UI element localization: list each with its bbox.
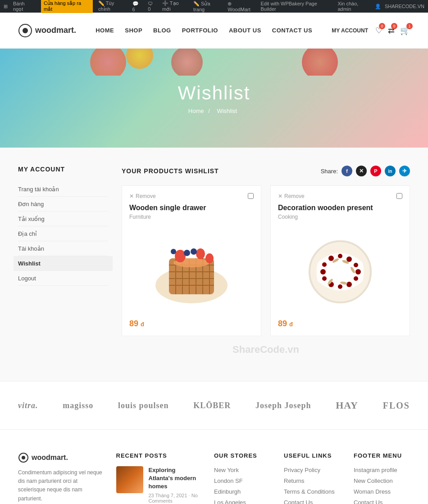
page-builder-link[interactable]: Edit with WPBakery Page Builder <box>260 1 332 12</box>
sidebar-item-logout[interactable]: Logout <box>18 271 108 286</box>
svg-point-17 <box>205 253 214 263</box>
menu-woman-dress[interactable]: Woman Dress <box>354 488 410 495</box>
link-privacy[interactable]: Privacy Policy <box>284 466 340 473</box>
wishlist-content: YOUR PRODUCTS WISHLIST Share: f ✕ P in ✈… <box>122 166 410 363</box>
link-contact[interactable]: Contact Us <box>284 499 340 504</box>
comments-count[interactable]: 💬 6 <box>132 1 143 12</box>
sidebar-link-profile[interactable]: Tài khoản <box>18 245 44 252</box>
product-name-2: Decoration wooden present <box>278 204 402 212</box>
link-terms[interactable]: Terms & Conditions <box>284 488 340 495</box>
svg-point-15 <box>175 250 186 262</box>
sidebar-link-downloads[interactable]: Tải xuống <box>18 216 45 222</box>
brand-flos: FLOS <box>383 400 410 411</box>
remove-product-2-btn[interactable]: ✕ Remove <box>278 193 402 199</box>
svg-point-27 <box>354 263 358 267</box>
nav-about[interactable]: ABOUT US <box>229 27 261 34</box>
remove-label-1: Remove <box>136 193 156 199</box>
footer-grid: woodmart. Condimentum adipiscing vel neq… <box>18 452 410 504</box>
menu-contact[interactable]: Contact Us <box>354 499 410 504</box>
sidebar-link-logout[interactable]: Logout <box>18 275 36 282</box>
nav-home[interactable]: HOME <box>96 27 114 34</box>
nav-contact[interactable]: CONTACT US <box>272 27 312 34</box>
my-account-link[interactable]: MY ACCOUNT <box>332 27 368 34</box>
breadcrumb: Home / Wishlist <box>188 108 240 114</box>
share-twitter-btn[interactable]: ✕ <box>356 166 367 176</box>
footer-col-about: woodmart. Condimentum adipiscing vel neq… <box>18 452 103 504</box>
pending-count[interactable]: 🗨 0 <box>148 1 157 12</box>
svg-point-25 <box>338 254 342 258</box>
site-logo[interactable]: woodmart. <box>18 23 76 38</box>
brand-joseph: Joseph Joseph <box>255 401 311 410</box>
page-title: Wishlist <box>178 82 250 104</box>
share-facebook-btn[interactable]: f <box>341 166 352 176</box>
product-checkbox-1[interactable] <box>248 193 254 199</box>
new-post-link[interactable]: ➕ Tạo mới <box>162 0 188 12</box>
sidebar-item-account[interactable]: Trang tài khoản <box>18 182 108 197</box>
sidebar-item-wishlist[interactable]: Wishlist <box>14 256 113 271</box>
store-london[interactable]: London SF <box>214 477 270 484</box>
share-label: Share: <box>321 168 338 175</box>
svg-point-29 <box>354 276 358 281</box>
wishlist-header: YOUR PRODUCTS WISHLIST Share: f ✕ P in ✈ <box>122 166 410 176</box>
sidebar-link-wishlist[interactable]: Wishlist <box>18 260 41 267</box>
site-name[interactable]: Bánh ngọt <box>13 1 36 12</box>
sidebar-link-orders[interactable]: Đơn hàng <box>18 201 44 207</box>
nav-blog[interactable]: BLOG <box>153 27 171 34</box>
share-pinterest-btn[interactable]: P <box>370 166 381 176</box>
logo-icon <box>18 23 32 38</box>
greeting-text: Xin chào, admin <box>337 1 371 12</box>
cart-icon-btn[interactable]: 🛒 1 <box>400 26 410 36</box>
compare-icon-btn[interactable]: ⇄ 0 <box>388 26 395 36</box>
sidebar-item-address[interactable]: Địa chỉ <box>18 226 108 241</box>
share-linkedin-btn[interactable]: in <box>385 166 396 176</box>
recent-posts-title: RECENT POSTS <box>116 452 201 459</box>
product-price-2: 89 đ <box>278 319 402 328</box>
store-edinburgh[interactable]: Edinburgh <box>214 488 270 495</box>
woodmart-menu[interactable]: ⊕ WoodMart <box>228 1 255 12</box>
price-value-2: 89 <box>278 319 287 328</box>
remove-icon-2: ✕ <box>278 193 282 199</box>
footer-logo-text: woodmart. <box>32 454 68 462</box>
sidebar-item-downloads[interactable]: Tải xuống <box>18 212 108 226</box>
brand-klober: KLÖBER <box>193 401 231 410</box>
useful-links-list: Privacy Policy Returns Terms & Condition… <box>284 466 340 504</box>
cart-badge: 1 <box>406 23 413 29</box>
edit-page-link[interactable]: ✏️ Sửa trang <box>193 1 222 12</box>
product-price-1: 89 đ <box>129 319 254 328</box>
brand-vitra: vitra. <box>18 401 38 410</box>
remove-product-1-btn[interactable]: ✕ Remove <box>129 193 254 199</box>
product-checkbox-2[interactable] <box>396 193 402 199</box>
product-image-1 <box>129 225 254 315</box>
sidebar-link-address[interactable]: Địa chỉ <box>18 230 37 237</box>
svg-point-31 <box>338 284 342 289</box>
sidebar-item-orders[interactable]: Đơn hàng <box>18 197 108 212</box>
menu-new-collection[interactable]: New Collection <box>354 477 410 484</box>
post-title-1[interactable]: Exploring Atlanta's modern homes <box>149 466 201 491</box>
nav-portfolio[interactable]: PORTFOLIO <box>182 27 218 34</box>
sidebar-title: MY ACCOUNT <box>18 166 108 173</box>
watermark: ShareCode.vn <box>232 344 299 356</box>
svg-point-16 <box>196 248 205 259</box>
footer-col-links: USEFUL LINKS Privacy Policy Returns Term… <box>284 452 340 504</box>
menu-instagram[interactable]: Instagram profile <box>354 466 410 473</box>
product-name-1: Wooden single drawer <box>129 204 254 212</box>
brand-magisso: magisso <box>63 401 93 410</box>
svg-point-26 <box>346 256 352 262</box>
sidebar-item-profile[interactable]: Tài khoản <box>18 241 108 256</box>
header-right: MY ACCOUNT ♡ 0 ⇄ 0 🛒 1 <box>332 26 410 36</box>
sidebar-link-account[interactable]: Trang tài khoản <box>18 186 59 193</box>
wishlist-icon-btn[interactable]: ♡ 0 <box>375 26 382 36</box>
post-date-1: 23 Tháng 7, 2021 <box>149 493 187 498</box>
share-telegram-btn[interactable]: ✈ <box>399 166 410 176</box>
nav-shop[interactable]: SHOP <box>125 27 142 34</box>
coming-soon-badge[interactable]: Cửa hàng sắp ra mắt <box>41 0 93 13</box>
customize-link[interactable]: ✏️ Tùy chỉnh <box>98 0 127 12</box>
footer-menu-title: FOOTER MENU <box>354 452 410 459</box>
store-new-york[interactable]: New York <box>214 466 270 473</box>
post-meta-1: 23 Tháng 7, 2021 · No Comments <box>149 493 201 504</box>
brand-hay: HAY <box>336 400 358 411</box>
remove-label-2: Remove <box>284 193 305 199</box>
link-returns[interactable]: Returns <box>284 477 340 484</box>
breadcrumb-home[interactable]: Home <box>188 108 204 114</box>
store-los-angeles[interactable]: Los Angeles <box>214 499 270 504</box>
